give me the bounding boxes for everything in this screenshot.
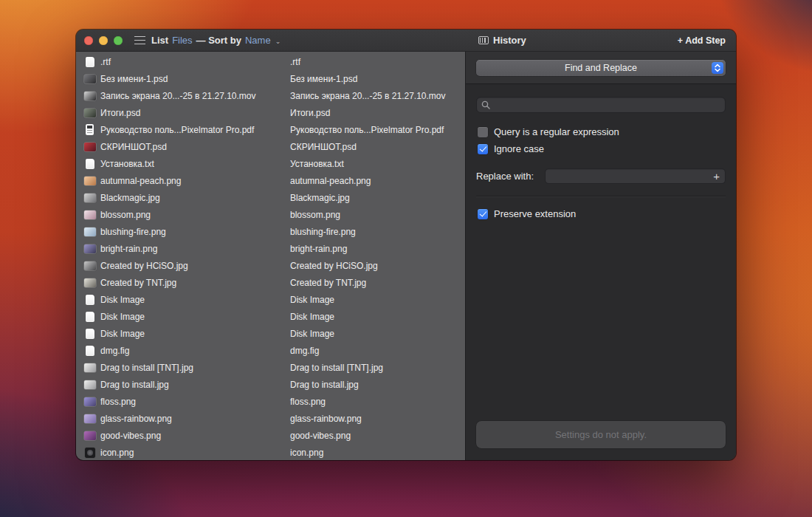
file-preview-name: glass-rainbow.png: [290, 410, 362, 427]
file-preview-name: Created by TNT.jpg: [290, 274, 366, 291]
title-sort-dropdown[interactable]: Name: [245, 35, 271, 46]
file-row[interactable]: Blackmagic.jpg Blackmagic.jpg: [76, 189, 465, 206]
find-query-field[interactable]: [476, 97, 726, 113]
file-thumbnail-icon: [83, 244, 96, 253]
file-preview-name: good-vibes.png: [290, 427, 351, 444]
file-original-name: blushing-fire.png: [100, 227, 166, 237]
toolbar: List Files — Sort by Name ⌄ History + Ad…: [76, 30, 736, 52]
file-thumbnail-icon: [83, 159, 96, 169]
regex-label: Query is a regular expression: [494, 126, 619, 137]
replace-with-label: Replace with:: [476, 171, 534, 182]
file-thumbnail-icon: [83, 194, 96, 202]
file-original-name: floss.png: [100, 397, 136, 407]
file-original-name: Drag to install [TNT].jpg: [100, 363, 193, 373]
file-row[interactable]: blossom.png blossom.png: [76, 206, 465, 223]
file-original-name: good-vibes.png: [100, 431, 161, 441]
file-original-name: glass-rainbow.png: [100, 414, 172, 424]
file-row[interactable]: Установка.txt Установка.txt: [76, 155, 465, 172]
step-settings: Query is a regular expression Ignore cas…: [466, 84, 736, 460]
step-type-dropdown[interactable]: Find and Replace: [476, 60, 726, 76]
file-thumbnail-icon: [83, 431, 96, 440]
history-header: History + Add Step: [465, 30, 736, 51]
file-thumbnail-icon: [83, 346, 96, 356]
file-original-name: Disk Image: [100, 329, 145, 339]
close-button[interactable]: [84, 36, 93, 45]
regex-checkbox[interactable]: [478, 127, 488, 137]
chevron-down-icon[interactable]: ⌄: [275, 38, 281, 45]
file-preview-name: dmg.fig: [290, 342, 319, 359]
file-preview-name: Итоги.psd: [290, 104, 330, 121]
search-icon: [481, 100, 490, 109]
file-thumbnail-icon: [83, 397, 96, 406]
file-row[interactable]: good-vibes.png good-vibes.png: [76, 427, 465, 444]
file-thumbnail-icon: [83, 312, 96, 322]
file-thumbnail-icon: [83, 278, 96, 287]
file-original-name: .rtf: [100, 57, 111, 67]
file-preview-name: Disk Image: [290, 308, 334, 325]
minimize-button[interactable]: [99, 36, 108, 45]
section-divider: [476, 196, 726, 196]
stepper-arrows-icon[interactable]: [712, 62, 723, 74]
file-row[interactable]: icon.png icon.png: [76, 444, 465, 460]
replace-with-field[interactable]: +: [545, 168, 726, 184]
file-row[interactable]: glass-rainbow.png glass-rainbow.png: [76, 410, 465, 427]
file-thumbnail-icon: [83, 329, 96, 339]
file-preview-name: Blackmagic.jpg: [290, 189, 350, 206]
zoom-button[interactable]: [114, 36, 123, 45]
file-row[interactable]: Drag to install [TNT].jpg Drag to instal…: [76, 359, 465, 376]
add-step-button[interactable]: + Add Step: [678, 35, 726, 46]
file-original-name: Created by TNT.jpg: [100, 278, 176, 288]
file-preview-name: Без имени-1.psd: [290, 70, 357, 87]
file-row[interactable]: Без имени-1.psd Без имени-1.psd: [76, 70, 465, 87]
preserve-extension-checkbox[interactable]: [478, 209, 488, 219]
file-thumbnail-icon: [83, 363, 96, 372]
file-row[interactable]: Drag to install.jpg Drag to install.jpg: [76, 376, 465, 393]
regex-option-row: Query is a regular expression: [478, 126, 726, 137]
file-row[interactable]: dmg.fig dmg.fig: [76, 342, 465, 359]
settings-note-button: Settings do not apply.: [476, 421, 726, 448]
file-row[interactable]: Disk Image Disk Image: [76, 308, 465, 325]
file-thumbnail-icon: [83, 124, 96, 135]
file-row[interactable]: Disk Image Disk Image: [76, 291, 465, 308]
file-thumbnail-icon: [83, 75, 96, 83]
file-row[interactable]: Итоги.psd Итоги.psd: [76, 104, 465, 121]
replace-input[interactable]: [550, 171, 713, 182]
file-thumbnail-icon: [83, 448, 96, 458]
file-original-name: Установка.txt: [100, 159, 154, 169]
file-preview-name: autumnal-peach.png: [290, 172, 371, 189]
file-thumbnail-icon: [83, 57, 96, 67]
ignore-case-checkbox[interactable]: [478, 144, 488, 154]
file-original-name: Blackmagic.jpg: [100, 193, 160, 203]
file-row[interactable]: Created by TNT.jpg Created by TNT.jpg: [76, 274, 465, 291]
step-type-value: Find and Replace: [565, 63, 637, 73]
file-row[interactable]: autumnal-peach.png autumnal-peach.png: [76, 172, 465, 189]
file-row[interactable]: blushing-fire.png blushing-fire.png: [76, 223, 465, 240]
file-original-name: Disk Image: [100, 312, 145, 322]
settings-note-text: Settings do not apply.: [555, 429, 647, 440]
file-row[interactable]: Created by HCiSO.jpg Created by HCiSO.jp…: [76, 257, 465, 274]
file-row[interactable]: .rtf .rtf: [76, 53, 465, 70]
file-preview-name: icon.png: [290, 444, 323, 460]
history-panel: Find and Replace Query is a regular expr…: [465, 52, 736, 460]
file-original-name: autumnal-peach.png: [100, 176, 181, 186]
file-row[interactable]: bright-rain.png bright-rain.png: [76, 240, 465, 257]
add-replacement-button[interactable]: +: [713, 171, 720, 182]
file-row[interactable]: Disk Image Disk Image: [76, 325, 465, 342]
file-thumbnail-icon: [83, 92, 96, 100]
list-view-icon: [134, 36, 145, 44]
file-original-name: Disk Image: [100, 295, 145, 305]
title-list-label: List: [151, 35, 168, 46]
file-preview-name: Запись экрана 20...-25 в 21.27.10.mov: [290, 87, 446, 104]
preserve-extension-label: Preserve extension: [494, 208, 576, 219]
file-row[interactable]: floss.png floss.png: [76, 393, 465, 410]
title-files-dropdown[interactable]: Files: [172, 35, 192, 46]
file-row[interactable]: Руководство поль...Pixelmator Pro.pdf Ру…: [76, 121, 465, 138]
file-row[interactable]: Запись экрана 20...-25 в 21.27.10.mov За…: [76, 87, 465, 104]
file-row[interactable]: СКРИНШОТ.psd СКРИНШОТ.psd: [76, 138, 465, 155]
file-original-name: blossom.png: [100, 210, 151, 220]
file-preview-name: Drag to install.jpg: [290, 376, 359, 393]
file-preview-name: Установка.txt: [290, 155, 344, 172]
file-preview-name: .rtf: [290, 53, 300, 70]
search-input[interactable]: [494, 100, 720, 110]
file-thumbnail-icon: [83, 143, 96, 151]
